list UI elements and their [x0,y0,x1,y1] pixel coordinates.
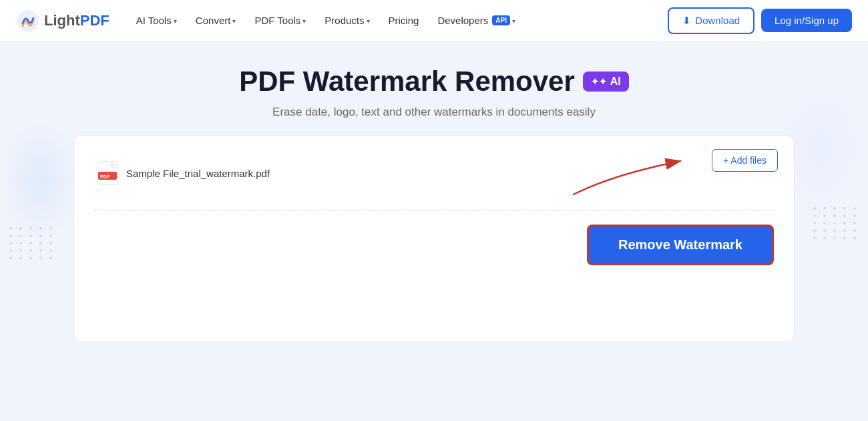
chevron-down-icon: ▾ [302,17,306,25]
upload-card: + Add files PDF Sample File_trial_wat [73,135,795,342]
decorative-dots-left [9,227,55,259]
download-button[interactable]: ⬇ Download [668,7,754,34]
hero-section: PDF Watermark Remover ✦✦ AI Erase date, … [0,41,868,135]
nav-item-developers[interactable]: Developers API ▾ [429,9,523,31]
nav-links: AI Tools ▾ Convert ▾ PDF Tools ▾ Product… [128,9,668,31]
chevron-down-icon: ▾ [512,17,515,25]
remove-watermark-button[interactable]: Remove Watermark [587,225,774,265]
add-files-button[interactable]: + Add files [712,149,778,172]
hero-subtitle: Erase date, logo, text and other waterma… [13,106,855,119]
navbar: LightPDF AI Tools ▾ Convert ▾ PDF Tools … [0,0,868,41]
ai-badge: ✦✦ AI [583,72,629,92]
login-button[interactable]: Log in/Sign up [761,9,852,32]
logo[interactable]: LightPDF [16,9,110,33]
sparkle-icon: ✦✦ [591,76,607,87]
nav-item-products[interactable]: Products ▾ [316,9,377,31]
chevron-down-icon: ▾ [232,17,236,25]
svg-text:PDF: PDF [100,174,110,179]
nav-item-pricing[interactable]: Pricing [381,9,427,31]
logo-text: LightPDF [44,12,110,29]
chevron-down-icon: ▾ [174,17,177,25]
divider [94,210,774,211]
decorative-dots-right [813,207,859,239]
file-name: Sample File_trial_watermark.pdf [126,168,270,179]
api-badge: API [492,15,510,25]
file-item: PDF Sample File_trial_watermark.pdf [94,156,774,190]
chevron-down-icon: ▾ [367,17,370,25]
nav-item-pdf-tools[interactable]: PDF Tools ▾ [246,9,314,31]
download-icon: ⬇ [682,15,691,27]
page-title: PDF Watermark Remover ✦✦ AI [239,65,629,98]
nav-item-convert[interactable]: Convert ▾ [188,9,244,31]
file-list: PDF Sample File_trial_watermark.pdf [94,149,774,197]
pdf-file-icon: PDF [97,161,118,185]
nav-item-ai-tools[interactable]: AI Tools ▾ [128,9,185,31]
bg-blob-left [0,120,80,241]
nav-actions: ⬇ Download Log in/Sign up [668,7,852,34]
